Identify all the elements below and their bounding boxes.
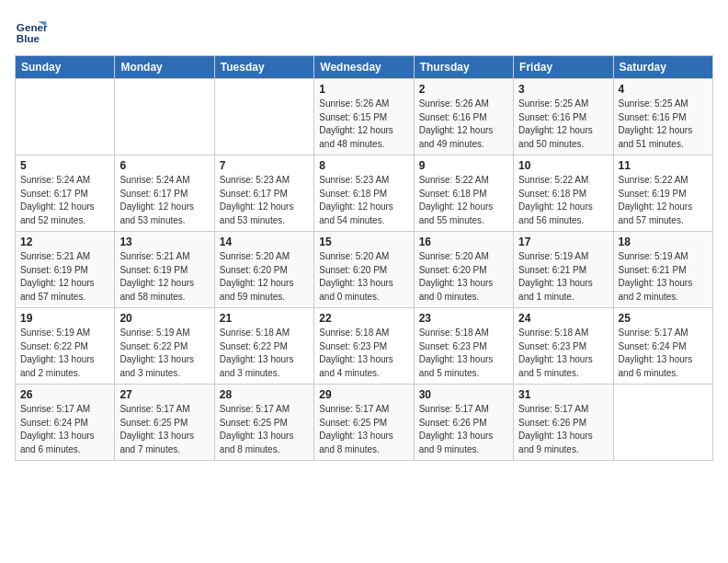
day-number: 29 [319,388,408,401]
weekday-header-wednesday: Wednesday [314,56,414,79]
calendar-cell [115,79,214,155]
calendar-cell: 23Sunrise: 5:18 AM Sunset: 6:23 PM Dayli… [414,308,513,385]
day-info: Sunrise: 5:21 AM Sunset: 6:19 PM Dayligh… [20,250,109,304]
day-info: Sunrise: 5:17 AM Sunset: 6:24 PM Dayligh… [619,327,708,380]
day-number: 28 [220,388,309,401]
day-number: 19 [20,312,109,325]
day-info: Sunrise: 5:17 AM Sunset: 6:26 PM Dayligh… [419,403,508,456]
calendar-week-row: 26Sunrise: 5:17 AM Sunset: 6:24 PM Dayli… [16,385,713,461]
day-info: Sunrise: 5:22 AM Sunset: 6:18 PM Dayligh… [518,174,608,227]
calendar-cell: 21Sunrise: 5:18 AM Sunset: 6:22 PM Dayli… [214,308,313,385]
day-number: 27 [119,388,209,401]
day-info: Sunrise: 5:17 AM Sunset: 6:25 PM Dayligh… [319,403,408,456]
calendar-cell: 4Sunrise: 5:25 AM Sunset: 6:16 PM Daylig… [613,79,712,155]
calendar-week-row: 5Sunrise: 5:24 AM Sunset: 6:17 PM Daylig… [16,155,713,232]
day-info: Sunrise: 5:20 AM Sunset: 6:20 PM Dayligh… [220,250,309,304]
calendar-cell: 20Sunrise: 5:19 AM Sunset: 6:22 PM Dayli… [115,308,214,385]
day-info: Sunrise: 5:19 AM Sunset: 6:21 PM Dayligh… [518,250,608,304]
day-number: 31 [518,388,608,401]
calendar-cell: 6Sunrise: 5:24 AM Sunset: 6:17 PM Daylig… [115,155,214,232]
day-number: 3 [518,83,608,96]
calendar-cell: 15Sunrise: 5:20 AM Sunset: 6:20 PM Dayli… [314,232,414,308]
day-number: 4 [619,83,708,96]
calendar-cell: 31Sunrise: 5:17 AM Sunset: 6:26 PM Dayli… [514,385,613,461]
day-number: 2 [419,83,508,96]
calendar-cell: 3Sunrise: 5:25 AM Sunset: 6:16 PM Daylig… [514,79,613,155]
calendar-week-row: 19Sunrise: 5:19 AM Sunset: 6:22 PM Dayli… [16,308,713,385]
logo-icon: General Blue [15,15,48,48]
day-info: Sunrise: 5:24 AM Sunset: 6:17 PM Dayligh… [119,174,209,227]
day-number: 8 [319,159,408,172]
day-info: Sunrise: 5:17 AM Sunset: 6:26 PM Dayligh… [518,403,608,456]
day-info: Sunrise: 5:18 AM Sunset: 6:23 PM Dayligh… [419,327,508,380]
day-info: Sunrise: 5:25 AM Sunset: 6:16 PM Dayligh… [518,98,608,151]
calendar-cell: 16Sunrise: 5:20 AM Sunset: 6:20 PM Dayli… [414,232,513,308]
weekday-header-tuesday: Tuesday [214,56,313,79]
calendar-cell: 14Sunrise: 5:20 AM Sunset: 6:20 PM Dayli… [214,232,313,308]
calendar-cell [214,79,313,155]
calendar-cell: 26Sunrise: 5:17 AM Sunset: 6:24 PM Dayli… [16,385,115,461]
day-number: 7 [220,159,309,172]
day-info: Sunrise: 5:25 AM Sunset: 6:16 PM Dayligh… [619,98,708,151]
day-info: Sunrise: 5:17 AM Sunset: 6:25 PM Dayligh… [220,403,309,456]
weekday-header-thursday: Thursday [414,56,513,79]
day-number: 13 [119,236,209,248]
calendar-cell: 7Sunrise: 5:23 AM Sunset: 6:17 PM Daylig… [214,155,313,232]
calendar-cell: 30Sunrise: 5:17 AM Sunset: 6:26 PM Dayli… [414,385,513,461]
day-number: 10 [518,159,608,172]
calendar-cell [613,385,712,461]
weekday-header-monday: Monday [115,56,214,79]
svg-text:Blue: Blue [17,32,40,44]
calendar-cell: 22Sunrise: 5:18 AM Sunset: 6:23 PM Dayli… [314,308,414,385]
calendar-cell: 18Sunrise: 5:19 AM Sunset: 6:21 PM Dayli… [613,232,712,308]
day-number: 15 [319,236,408,248]
calendar-cell [16,79,115,155]
day-info: Sunrise: 5:18 AM Sunset: 6:22 PM Dayligh… [220,327,309,380]
day-info: Sunrise: 5:19 AM Sunset: 6:22 PM Dayligh… [20,327,109,380]
day-number: 20 [119,312,209,325]
calendar-cell: 8Sunrise: 5:23 AM Sunset: 6:18 PM Daylig… [314,155,414,232]
calendar-cell: 2Sunrise: 5:26 AM Sunset: 6:16 PM Daylig… [414,79,513,155]
calendar-cell: 1Sunrise: 5:26 AM Sunset: 6:15 PM Daylig… [314,79,414,155]
weekday-header-friday: Friday [514,56,613,79]
day-info: Sunrise: 5:23 AM Sunset: 6:17 PM Dayligh… [220,174,309,227]
calendar-cell: 27Sunrise: 5:17 AM Sunset: 6:25 PM Dayli… [115,385,214,461]
weekday-header-saturday: Saturday [613,56,712,79]
calendar-cell: 10Sunrise: 5:22 AM Sunset: 6:18 PM Dayli… [514,155,613,232]
day-number: 18 [619,236,708,248]
day-info: Sunrise: 5:18 AM Sunset: 6:23 PM Dayligh… [518,327,608,380]
calendar-cell: 9Sunrise: 5:22 AM Sunset: 6:18 PM Daylig… [414,155,513,232]
calendar-cell: 13Sunrise: 5:21 AM Sunset: 6:19 PM Dayli… [115,232,214,308]
day-info: Sunrise: 5:21 AM Sunset: 6:19 PM Dayligh… [119,250,209,304]
calendar-table: SundayMondayTuesdayWednesdayThursdayFrid… [15,55,713,461]
day-number: 6 [119,159,209,172]
day-number: 9 [419,159,508,172]
calendar-cell: 17Sunrise: 5:19 AM Sunset: 6:21 PM Dayli… [514,232,613,308]
day-number: 24 [518,312,608,325]
calendar-cell: 25Sunrise: 5:17 AM Sunset: 6:24 PM Dayli… [613,308,712,385]
day-info: Sunrise: 5:20 AM Sunset: 6:20 PM Dayligh… [319,250,408,304]
day-info: Sunrise: 5:19 AM Sunset: 6:21 PM Dayligh… [619,250,708,304]
weekday-header-sunday: Sunday [16,56,115,79]
day-info: Sunrise: 5:26 AM Sunset: 6:15 PM Dayligh… [319,98,408,151]
day-number: 26 [20,388,109,401]
logo: General Blue [15,15,48,48]
day-number: 22 [319,312,408,325]
day-number: 23 [419,312,508,325]
calendar-week-row: 1Sunrise: 5:26 AM Sunset: 6:15 PM Daylig… [16,79,713,155]
day-info: Sunrise: 5:20 AM Sunset: 6:20 PM Dayligh… [419,250,508,304]
day-number: 25 [619,312,708,325]
day-number: 21 [220,312,309,325]
day-number: 11 [619,159,708,172]
calendar-cell: 12Sunrise: 5:21 AM Sunset: 6:19 PM Dayli… [16,232,115,308]
calendar-cell: 29Sunrise: 5:17 AM Sunset: 6:25 PM Dayli… [314,385,414,461]
day-info: Sunrise: 5:26 AM Sunset: 6:16 PM Dayligh… [419,98,508,151]
calendar-week-row: 12Sunrise: 5:21 AM Sunset: 6:19 PM Dayli… [16,232,713,308]
weekday-header-row: SundayMondayTuesdayWednesdayThursdayFrid… [16,56,713,79]
calendar-cell: 28Sunrise: 5:17 AM Sunset: 6:25 PM Dayli… [214,385,313,461]
day-info: Sunrise: 5:18 AM Sunset: 6:23 PM Dayligh… [319,327,408,380]
calendar-cell: 24Sunrise: 5:18 AM Sunset: 6:23 PM Dayli… [514,308,613,385]
day-info: Sunrise: 5:24 AM Sunset: 6:17 PM Dayligh… [20,174,109,227]
day-info: Sunrise: 5:22 AM Sunset: 6:18 PM Dayligh… [419,174,508,227]
day-info: Sunrise: 5:17 AM Sunset: 6:24 PM Dayligh… [20,403,109,456]
